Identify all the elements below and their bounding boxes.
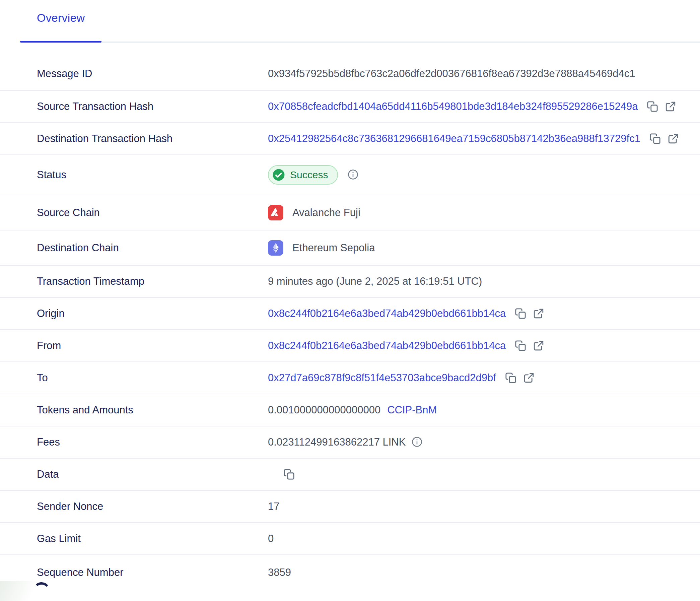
sequence-number-value: 3859 [268,567,291,579]
table-row-to: To 0x27d7a69c878f9c8f51f4e53703abce9bacd… [0,362,700,394]
tab-bar: Overview [0,0,700,43]
message-id-label: Message ID [37,68,268,80]
to-address-link[interactable]: 0x27d7a69c878f9c8f51f4e53703abce9bacd2d9… [268,372,496,384]
copy-icon[interactable] [515,340,526,352]
tab-bar-divider [20,42,700,43]
table-row-from: From 0x8c244f0b2164e6a3bed74ab429b0ebd66… [0,330,700,362]
to-label: To [37,372,268,384]
token-symbol-link[interactable]: CCIP-BnM [387,404,437,416]
table-row-sequence-number: Sequence Number 3859 [0,555,700,590]
source-chain-name: Avalanche Fuji [292,207,360,219]
tokens-label: Tokens and Amounts [37,404,268,416]
copy-icon[interactable] [505,372,517,384]
source-tx-hash-link[interactable]: 0x70858cfeadcfbd1404a65dd4116b549801bde3… [268,100,638,112]
external-link-icon[interactable] [523,372,535,384]
table-row-timestamp: Transaction Timestamp 9 minutes ago (Jun… [0,266,700,298]
token-amount: 0.001000000000000000 [268,404,380,416]
avalanche-icon [268,205,283,220]
message-id-value: 0x934f57925b5d8fbc763c2a06dfe2d003676816… [268,68,635,80]
dest-tx-hash-link[interactable]: 0x25412982564c8c7363681296681649ea7159c6… [268,133,641,145]
timestamp-label: Transaction Timestamp [37,275,268,287]
data-label: Data [37,468,268,480]
table-row-tokens: Tokens and Amounts 0.001000000000000000 … [0,394,700,426]
check-circle-icon [272,169,285,181]
active-tab-indicator [20,41,101,43]
sender-nonce-label: Sender Nonce [37,501,268,512]
external-link-icon[interactable] [532,307,545,320]
sequence-number-label: Sequence Number [37,567,268,579]
overview-table: Message ID 0x934f57925b5d8fbc763c2a06dfe… [0,57,700,590]
ethereum-icon [268,240,283,256]
status-badge: Success [268,165,338,184]
table-row-dest-chain: Destination Chain Ethereum Sepolia [0,230,700,266]
table-row-fees: Fees 0.023112499163862217 LINK [0,426,700,459]
source-tx-hash-label: Source Transaction Hash [37,100,268,112]
table-row-data: Data [0,459,700,491]
origin-label: Origin [37,307,268,320]
table-row-gas-limit: Gas Limit 0 [0,523,700,555]
copy-icon[interactable] [649,133,661,145]
fees-value: 0.023112499163862217 LINK [268,436,406,448]
copy-icon[interactable] [515,307,526,320]
table-row-dest-tx-hash: Destination Transaction Hash 0x254129825… [0,123,700,155]
status-badge-text: Success [290,169,328,180]
status-label: Status [37,169,268,181]
table-row-status: Status Success [0,155,700,195]
status-info-icon[interactable] [347,169,359,181]
fees-info-icon[interactable] [411,436,423,448]
timestamp-value: 9 minutes ago (June 2, 2025 at 16:19:51 … [268,275,482,287]
external-link-icon[interactable] [667,133,679,145]
copy-icon[interactable] [283,468,295,480]
copy-icon[interactable] [646,100,658,112]
source-chain-label: Source Chain [37,207,268,219]
dest-chain-label: Destination Chain [37,242,268,254]
table-row-origin: Origin 0x8c244f0b2164e6a3bed74ab429b0ebd… [0,298,700,330]
from-label: From [37,340,268,352]
gas-limit-value: 0 [268,533,274,545]
from-address-link[interactable]: 0x8c244f0b2164e6a3bed74ab429b0ebd661bb14… [268,340,506,352]
external-link-icon[interactable] [665,100,677,112]
sender-nonce-value: 17 [268,501,279,512]
table-row-source-chain: Source Chain Avalanche Fuji [0,195,700,230]
fees-label: Fees [37,436,268,448]
dest-chain-name: Ethereum Sepolia [292,242,375,254]
tab-overview[interactable]: Overview [37,11,85,24]
table-row-source-tx-hash: Source Transaction Hash 0x70858cfeadcfbd… [0,91,700,123]
gas-limit-label: Gas Limit [37,533,268,545]
external-link-icon[interactable] [532,340,545,352]
table-row-sender-nonce: Sender Nonce 17 [0,491,700,523]
table-row-message-id: Message ID 0x934f57925b5d8fbc763c2a06dfe… [0,57,700,91]
origin-address-link[interactable]: 0x8c244f0b2164e6a3bed74ab429b0ebd661bb14… [268,307,506,320]
dest-tx-hash-label: Destination Transaction Hash [37,133,268,145]
